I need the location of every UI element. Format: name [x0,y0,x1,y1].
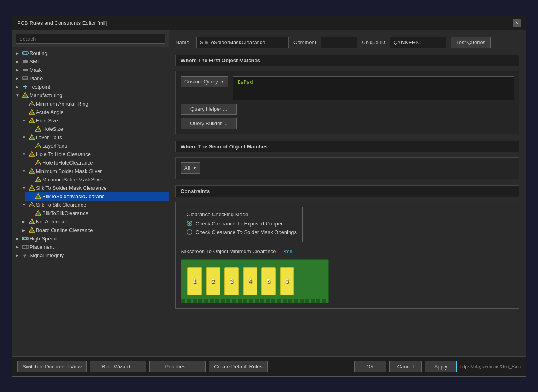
first-object-section: Custom Query ▼ IsPad Query Helper ... Qu… [175,71,519,134]
all-dropdown-label: All [184,165,190,171]
silk-to-silk-label: Silk To Silk Clearance [36,202,86,208]
create-default-rules-button[interactable]: Create Default Rules [209,361,268,372]
tree-item-min-solder[interactable]: ▼ Minimum Solder Mask Sliver [19,167,169,175]
clearance-value: 2mil [282,248,292,254]
cancel-button[interactable]: Cancel [389,361,422,372]
svg-point-45 [26,238,28,239]
tree-item-layer-pairs[interactable]: ▼ Layer Pairs [19,133,169,142]
svg-point-1 [23,53,24,54]
name-input[interactable] [196,37,289,48]
query-helper-button[interactable]: Query Helper ... [181,104,237,115]
switch-view-button[interactable]: Switch to Document View [17,361,87,372]
radio-row-2: Check Clearance To Solder Mask Openings [187,229,297,235]
layerpairs-icon [34,143,42,148]
pcb-pad-1: 1 [187,267,202,295]
radio-solder-mask[interactable] [187,229,192,235]
uid-label: Unique ID [362,39,385,45]
expand-arrow-high-speed: ▶ [16,236,21,241]
pcb-pad-3: 3 [224,267,239,295]
tree-item-smt[interactable]: ▶ SMT [12,57,169,66]
expand-arrow-testpoint: ▶ [16,85,21,89]
tree-item-routing[interactable]: ▶ Routing [12,49,169,57]
tree-item-manufacturing[interactable]: ▼ Manufacturing [12,91,169,100]
tree-item-hole-to-hole[interactable]: ▼ Hole To Hole Clearance [19,150,169,158]
expand-arrow-layer-pairs: ▼ [22,135,28,140]
smt-icon [21,59,29,64]
tree-item-min-annular[interactable]: Minimum Annular Ring [19,100,169,108]
first-object-section-header: Where The First Object Matches [175,55,519,66]
tree-item-testpoint[interactable]: ▶ Testpoint [12,83,169,91]
expand-arrow-min-solder: ▼ [22,169,28,173]
uid-input[interactable] [390,37,446,48]
net-antennae-label: Net Antennae [36,219,67,225]
expand-arrow-mask: ▶ [16,68,21,72]
tree-item-silk-to-solder[interactable]: ▼ Silk To Solder Mask Clearance [19,184,169,192]
custom-query-dropdown[interactable]: Custom Query ▼ [181,76,228,87]
expand-arrow-net-antennae: ▶ [22,219,28,224]
tree-item-signal-integrity[interactable]: ▶ Signal Integrity [12,251,169,260]
min-annular-icon [28,101,36,106]
apply-button[interactable]: Apply [425,361,457,372]
min-solder-icon [28,168,36,174]
mask-icon [21,67,29,72]
radio-row-1: Check Clearance To Exposed Copper [187,221,297,227]
manufacturing-label: Manufacturing [29,92,62,98]
tree-item-holesize[interactable]: HoleSize [25,125,169,133]
hole-to-hole-label: Hole To Hole Clearance [36,151,91,157]
expand-arrow-plane: ▶ [16,76,21,81]
clearance-value-row: Silkscreen To Object Minimum Clearance 2… [181,248,514,254]
left-panel: ▶ Routing ▶ SMT ▶ [12,30,169,356]
svg-rect-8 [23,86,27,87]
expand-arrow-silk-to-solder: ▼ [22,186,28,190]
minsoldersliver-icon [34,177,42,182]
tree-item-acute-angle[interactable]: Acute Angle [19,108,169,116]
priorities-button[interactable]: Priorities... [149,361,206,372]
ok-button[interactable]: OK [354,361,386,372]
tree-item-board-outline[interactable]: ▶ Board Outline Clearance [19,226,169,234]
layer-pairs-icon [28,134,36,140]
tree-item-mask[interactable]: ▶ Mask [12,66,169,74]
tree-item-high-speed[interactable]: ▶ High Speed [12,234,169,243]
silktosilk-label: SilkToSilkClearance [42,210,88,216]
routing-label: Routing [29,50,47,56]
signal-integrity-label: Signal Integrity [29,252,64,258]
tree-item-net-antennae[interactable]: ▶ Net Antennae [19,217,169,226]
radio-exposed-copper[interactable] [187,221,192,226]
routing-icon [21,51,29,55]
expand-arrow-placement: ▶ [16,245,21,249]
comment-input[interactable] [321,37,357,48]
tree-item-silktosolder[interactable]: SilkToSolderMaskClearanc [25,192,169,201]
all-dropdown[interactable]: All ▼ [181,162,200,174]
testpoint-icon [21,84,29,89]
tree-item-silktosilk[interactable]: SilkToSilkClearance [25,209,169,217]
tree-item-silk-to-silk[interactable]: ▼ Silk To Silk Clearance [19,201,169,209]
name-row: Name Comment Unique ID Test Queries [175,37,519,48]
min-solder-label: Minimum Solder Mask Sliver [36,168,102,174]
net-antennae-icon [28,219,36,224]
tree-item-placement[interactable]: ▶ Placement [12,243,169,251]
min-annular-label: Minimum Annular Ring [36,101,88,107]
comment-label: Comment [293,39,316,45]
tree-item-holetohole[interactable]: HoleToHoleClearance [25,158,169,167]
hole-to-hole-icon [28,151,36,157]
silktosilk-icon [34,210,42,216]
title-bar: PCB Rules and Constraints Editor [mil] ✕ [12,16,526,30]
query-text-display: IsPad [233,76,514,100]
tree-item-layerpairs[interactable]: LayerPairs [25,142,169,150]
smt-label: SMT [29,59,40,65]
pcb-pad-4: 4 [243,267,257,295]
rule-wizard-button[interactable]: Rule Wizard... [90,361,146,372]
radio-solder-mask-label: Check Clearance To Solder Mask Openings [196,229,297,235]
search-input[interactable] [16,34,165,44]
tree-item-minsoldersliver[interactable]: MinimumSolderMaskSlive [25,175,169,184]
pcb-edge [181,299,328,303]
test-queries-button[interactable]: Test Queries [451,37,491,48]
close-button[interactable]: ✕ [513,19,521,27]
minsoldersliver-label: MinimumSolderMaskSlive [42,177,102,183]
testpoint-label: Testpoint [29,84,50,90]
tree-item-plane[interactable]: ▶ Plane [12,74,169,83]
tree-item-hole-size[interactable]: ▼ Hole Size [19,116,169,125]
svg-rect-46 [22,245,28,248]
query-builder-button[interactable]: Query Builder ... [181,118,237,129]
manufacturing-icon [21,92,29,98]
